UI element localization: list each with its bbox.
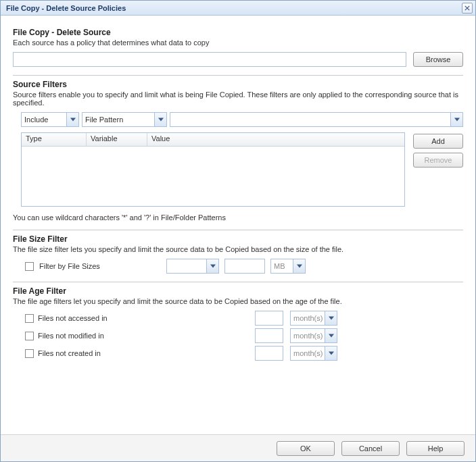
age-modified-value[interactable] — [255, 328, 283, 343]
variable-type-select[interactable]: File Pattern — [82, 112, 167, 127]
ok-button[interactable]: OK — [277, 441, 335, 456]
help-button[interactable]: Help — [406, 441, 465, 456]
source-path-input[interactable] — [13, 52, 406, 67]
size-value-input[interactable] — [224, 259, 265, 274]
age-modified-unit-select[interactable]: month(s) — [290, 328, 337, 343]
chevron-down-icon — [325, 329, 337, 342]
age-created-unit-select[interactable]: month(s) — [290, 346, 337, 361]
include-exclude-select[interactable]: Include — [21, 112, 79, 127]
age-created-unit: month(s) — [291, 349, 325, 357]
chevron-down-icon — [206, 259, 218, 273]
divider — [13, 282, 463, 282]
header-desc: Each source has a policy that determines… — [13, 38, 463, 47]
chevron-down-icon — [325, 311, 337, 325]
age-created-value[interactable] — [255, 346, 283, 361]
filter-by-size-checkbox[interactable] — [25, 262, 34, 271]
filters-table-header: Type Variable Value — [22, 133, 404, 147]
chevron-down-icon — [154, 113, 166, 126]
svg-marker-7 — [329, 317, 334, 320]
wildcard-hint: You can use wildcard characters '*' and … — [13, 213, 463, 222]
browse-button[interactable]: Browse — [413, 52, 463, 67]
divider — [13, 75, 463, 76]
svg-marker-2 — [70, 118, 76, 122]
filters-table: Type Variable Value — [21, 132, 405, 207]
col-variable[interactable]: Variable — [87, 133, 147, 146]
header-title: File Copy - Delete Source — [13, 28, 463, 37]
file-size-title: File Size Filter — [13, 234, 463, 244]
age-row-modified: Files not modified in month(s) — [25, 328, 463, 343]
col-value[interactable]: Value — [147, 133, 404, 146]
age-accessed-value[interactable] — [255, 311, 283, 326]
svg-marker-6 — [297, 265, 302, 268]
close-button[interactable] — [462, 3, 473, 14]
remove-filter-button[interactable]: Remove — [413, 153, 463, 168]
divider — [13, 230, 463, 230]
file-size-desc: The file size filter lets you specify an… — [13, 245, 463, 253]
age-modified-label: Files not modified in — [38, 332, 104, 340]
age-created-checkbox[interactable] — [25, 349, 34, 358]
titlebar: File Copy - Delete Source Policies — [1, 1, 475, 16]
svg-marker-8 — [329, 334, 334, 338]
svg-marker-5 — [210, 265, 216, 268]
filter-value-select[interactable] — [170, 112, 463, 127]
age-row-accessed: Files not accessed in month(s) — [25, 311, 463, 326]
age-row-created: Files not created in month(s) — [25, 346, 463, 361]
size-unit-selected: MB — [271, 262, 293, 270]
content-area: File Copy - Delete Source Each source ha… — [1, 16, 475, 434]
source-filters-title: Source Filters — [13, 80, 463, 89]
chevron-down-icon — [293, 259, 305, 273]
svg-marker-9 — [329, 352, 334, 355]
size-op-select[interactable] — [166, 259, 219, 274]
chevron-down-icon — [450, 113, 462, 126]
close-icon — [465, 5, 470, 11]
window-title: File Copy - Delete Source Policies — [6, 4, 126, 12]
dialog-window: File Copy - Delete Source Policies File … — [0, 0, 476, 462]
variable-type-selected: File Pattern — [82, 116, 154, 124]
source-filters-desc: Source filters enable you to specify and… — [13, 91, 463, 107]
age-accessed-label: Files not accessed in — [38, 314, 108, 322]
filter-by-size-label: Filter by File Sizes — [39, 262, 161, 270]
add-filter-button[interactable]: Add — [413, 134, 463, 149]
include-exclude-selected: Include — [22, 116, 66, 124]
age-accessed-unit: month(s) — [291, 314, 325, 322]
svg-marker-4 — [454, 118, 460, 122]
size-unit-select[interactable]: MB — [270, 259, 306, 274]
age-modified-unit: month(s) — [291, 332, 325, 340]
age-modified-checkbox[interactable] — [25, 332, 34, 340]
svg-marker-3 — [158, 118, 164, 122]
cancel-button[interactable]: Cancel — [341, 441, 400, 456]
col-type[interactable]: Type — [22, 133, 87, 146]
age-accessed-checkbox[interactable] — [25, 314, 34, 323]
file-age-desc: The file age filters let you specify and… — [13, 297, 463, 305]
chevron-down-icon — [325, 346, 337, 360]
chevron-down-icon — [66, 113, 78, 126]
file-age-title: File Age Filter — [13, 286, 463, 296]
age-created-label: Files not created in — [38, 349, 101, 357]
dialog-footer: OK Cancel Help — [1, 434, 475, 461]
age-accessed-unit-select[interactable]: month(s) — [290, 311, 337, 326]
